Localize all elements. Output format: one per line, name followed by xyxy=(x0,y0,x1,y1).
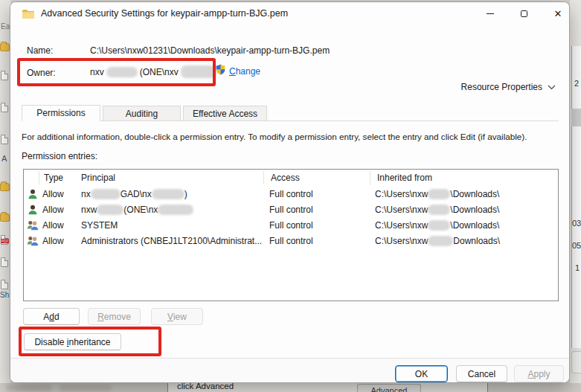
background-divider xyxy=(167,383,168,392)
censored-blob xyxy=(428,205,450,215)
column-header-inherited-from[interactable]: Inherited from xyxy=(377,170,432,186)
table-row[interactable]: Allow Administrators (CNBEJ1LT2100\Admin… xyxy=(24,234,558,249)
disable-inheritance-button[interactable]: Disable inheritance xyxy=(24,333,121,350)
table-row[interactable]: Allow SYSTEM Full control C:\Users\nxw\D… xyxy=(24,218,558,234)
censored-blob xyxy=(91,189,121,199)
column-header-type[interactable]: Type xyxy=(44,170,63,186)
info-text: For additional information, double-click… xyxy=(22,132,563,141)
background-text-fragment: 03 xyxy=(572,219,581,228)
censored-blob xyxy=(106,67,138,77)
folder-icon xyxy=(0,43,10,51)
close-icon: ✕ xyxy=(554,9,562,19)
desktop-screen: Ea A PDF Sh 2 03 05 1 click Advanced Adv… xyxy=(0,0,581,392)
background-text-fragment: Ea xyxy=(1,22,10,30)
censored-blob xyxy=(6,385,52,391)
censored-blob xyxy=(428,236,453,246)
censored-blob xyxy=(181,65,216,78)
file-icon xyxy=(1,71,8,80)
resource-properties-expander[interactable]: Resource Properties xyxy=(461,82,556,92)
name-value: C:\Users\nxw01231\Downloads\keypair-ampp… xyxy=(90,45,330,56)
file-icon xyxy=(1,257,8,267)
column-separator xyxy=(39,171,39,184)
permission-entries-label: Permission entries: xyxy=(22,151,97,161)
censored-blob xyxy=(158,205,193,215)
column-header-access[interactable]: Access xyxy=(271,170,300,186)
background-text-fragment: 05 xyxy=(572,241,581,250)
pdf-file-icon: PDF xyxy=(1,235,8,245)
background-window-left: Ea A PDF Sh xyxy=(0,0,10,392)
remove-button: Remove xyxy=(88,308,141,325)
titlebar[interactable]: Advanced Security Settings for keypair-a… xyxy=(10,2,569,26)
background-selected-row xyxy=(571,109,581,126)
background-button-fragment xyxy=(571,351,581,373)
window-title: Advanced Security Settings for keypair-a… xyxy=(41,2,288,25)
maximize-button[interactable] xyxy=(507,2,541,25)
table-row[interactable]: Allow nxw(ONE\nx Full control C:\Users\n… xyxy=(24,202,558,218)
owner-label: Owner: xyxy=(27,68,56,78)
background-text-fragment: A xyxy=(1,154,7,163)
owner-value: nxv(ONE\nxv xyxy=(90,65,216,78)
users-group-icon xyxy=(27,235,39,252)
file-icon xyxy=(1,103,8,112)
file-icon xyxy=(1,135,8,144)
background-panel xyxy=(571,46,581,348)
tab-effective-access[interactable]: Effective Access xyxy=(183,106,267,121)
background-window-bottom: click Advanced Advanced xyxy=(0,383,581,392)
advanced-button[interactable]: Advanced xyxy=(357,384,421,392)
censored-blob xyxy=(428,189,450,199)
censored-blob xyxy=(152,189,184,199)
cancel-button[interactable]: Cancel xyxy=(456,365,507,382)
background-text-fragment: Sh xyxy=(0,291,9,299)
tab-auditing[interactable]: Auditing xyxy=(103,106,181,121)
name-label: Name: xyxy=(27,45,53,56)
tab-permissions[interactable]: Permissions xyxy=(22,105,100,121)
folder-icon xyxy=(22,8,35,22)
file-icon xyxy=(1,280,8,289)
column-separator xyxy=(370,171,370,184)
add-button[interactable]: Add xyxy=(23,308,80,325)
background-text-fragment: 1 xyxy=(575,263,580,272)
censored-blob xyxy=(60,385,112,391)
apply-button: Apply xyxy=(514,365,564,382)
tab-underline xyxy=(22,121,559,121)
minimize-button[interactable] xyxy=(473,2,507,25)
minimize-icon xyxy=(487,13,494,14)
folder-icon xyxy=(0,213,10,222)
maximize-icon xyxy=(521,10,527,17)
view-button: View xyxy=(151,308,203,325)
censored-blob xyxy=(428,220,450,231)
column-separator xyxy=(263,171,264,184)
background-text-fragment: 2 xyxy=(574,79,579,88)
ok-button[interactable]: OK xyxy=(395,365,448,382)
background-window-right: 2 03 05 1 xyxy=(570,0,581,392)
close-button[interactable]: ✕ xyxy=(541,2,570,25)
advanced-security-settings-dialog: Advanced Security Settings for keypair-a… xyxy=(10,1,570,383)
folder-icon xyxy=(0,183,10,191)
permission-entries-table: Type Principal Access Inherited from All… xyxy=(23,169,559,301)
background-divider xyxy=(487,383,488,392)
change-owner-link[interactable]: Change xyxy=(216,64,260,78)
uac-shield-icon xyxy=(216,64,225,78)
censored-blob xyxy=(97,205,123,215)
table-row[interactable]: Allow nxGAD\nx) Full control C:\Users\nx… xyxy=(24,187,558,202)
chevron-down-icon xyxy=(548,82,556,92)
column-header-principal[interactable]: Principal xyxy=(81,170,115,186)
